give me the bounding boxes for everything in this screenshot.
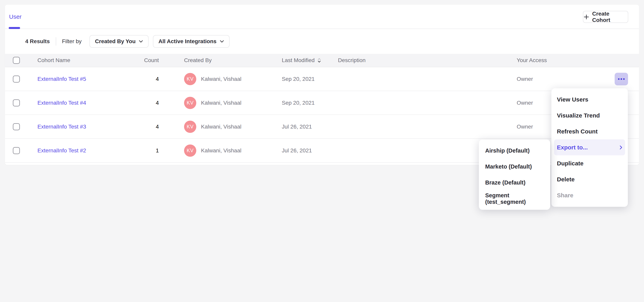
menu-item-label: Refresh Count: [557, 128, 598, 135]
avatar: KV: [184, 121, 196, 133]
row-actions-button[interactable]: [615, 73, 628, 85]
dot-icon: [623, 78, 625, 80]
dot-icon: [618, 78, 620, 80]
last-modified-cell: Jul 26, 2021: [282, 124, 338, 130]
cohort-name-cell: ExternalInfo Test #2: [38, 148, 132, 154]
filter-bar: 4 Results Filter by Created By You All A…: [5, 29, 639, 54]
header-count: Count: [132, 57, 184, 64]
header-checkbox-cell: [13, 57, 38, 64]
cohort-name-link[interactable]: ExternalInfo Test #2: [38, 148, 86, 154]
cohorts-page: User Create Cohort 4 Results Filter by C…: [0, 0, 644, 302]
header-cohort-name: Cohort Name: [38, 57, 132, 64]
tab-user[interactable]: User: [9, 5, 22, 28]
integrations-dropdown-label: All Active Integrations: [158, 38, 216, 44]
row-checkbox-cell: [13, 99, 38, 106]
last-modified-cell: Sep 20, 2021: [282, 76, 338, 82]
filter-divider: [56, 37, 56, 46]
row-checkbox[interactable]: [13, 123, 20, 130]
cohort-name-cell: ExternalInfo Test #4: [38, 100, 132, 106]
chevron-down-icon: [139, 40, 143, 43]
menu-item[interactable]: Share: [554, 187, 625, 203]
header-last-modified[interactable]: Last Modified: [282, 57, 338, 64]
submenu-item-label: Segment (test_segment): [485, 192, 544, 205]
created-by-cell: KV Kalwani, Vishaal: [184, 144, 282, 157]
sort-desc-icon: [318, 58, 321, 63]
row-checkbox[interactable]: [13, 76, 20, 82]
tab-user-label: User: [9, 14, 22, 20]
results-count: 4 Results: [25, 38, 50, 44]
export-to-submenu: Airship (Default) Marketo (Default) Braz…: [479, 140, 550, 210]
row-actions-menu: View Users Visualize Trend Refresh Count: [552, 88, 628, 207]
created-by-name: Kalwani, Vishaal: [201, 124, 242, 130]
created-by-name: Kalwani, Vishaal: [201, 76, 242, 82]
cohort-count-cell: 1: [132, 148, 184, 154]
menu-item[interactable]: Refresh Count: [554, 124, 625, 139]
cohort-name-cell: ExternalInfo Test #5: [38, 76, 132, 82]
table-row: ExternalInfo Test #3 4 KV Kalwani, Visha…: [5, 115, 639, 139]
last-modified-cell: Sep 20, 2021: [282, 100, 338, 106]
filter-by-label: Filter by: [62, 38, 82, 44]
menu-item-label: Export to...: [557, 144, 588, 151]
created-by-name: Kalwani, Vishaal: [201, 148, 242, 154]
create-cohort-label: Create Cohort: [592, 11, 628, 23]
created-by-cell: KV Kalwani, Vishaal: [184, 97, 282, 109]
submenu-item-label: Airship (Default): [485, 148, 530, 154]
cohort-name-cell: ExternalInfo Test #3: [38, 124, 132, 130]
header-description: Description: [338, 57, 517, 64]
menu-item[interactable]: Visualize Trend: [554, 108, 625, 124]
header-last-modified-label: Last Modified: [282, 57, 315, 64]
menu-item-label: Visualize Trend: [557, 112, 600, 119]
chevron-right-icon: [620, 145, 622, 150]
menu-item[interactable]: Duplicate: [554, 155, 625, 171]
submenu-item[interactable]: Marketo (Default): [479, 159, 550, 175]
integrations-dropdown[interactable]: All Active Integrations: [153, 35, 230, 48]
cohort-count-cell: 4: [132, 76, 184, 82]
dot-icon: [620, 78, 622, 80]
menu-item-label: Duplicate: [557, 160, 584, 167]
row-checkbox-cell: [13, 76, 38, 82]
row-checkbox-cell: [13, 147, 38, 154]
cohort-count-cell: 4: [132, 124, 184, 130]
cohort-name-link[interactable]: ExternalInfo Test #5: [38, 76, 86, 82]
menu-item-label: View Users: [557, 96, 588, 103]
table-row: ExternalInfo Test #5 4 KV Kalwani, Visha…: [5, 67, 639, 91]
header-your-access: Your Access: [517, 57, 611, 64]
submenu-item-label: Braze (Default): [485, 180, 526, 186]
cohort-count-cell: 4: [132, 100, 184, 106]
created-by-cell: KV Kalwani, Vishaal: [184, 73, 282, 85]
avatar: KV: [184, 97, 196, 109]
menu-item[interactable]: Delete: [554, 171, 625, 187]
menu-item[interactable]: Export to...: [554, 139, 625, 155]
avatar: KV: [184, 144, 196, 157]
tab-active-indicator: [9, 27, 20, 29]
cohort-name-link[interactable]: ExternalInfo Test #4: [38, 100, 86, 106]
last-modified-cell: Jul 26, 2021: [282, 148, 338, 154]
avatar: KV: [184, 73, 196, 85]
created-by-cell: KV Kalwani, Vishaal: [184, 121, 282, 133]
submenu-item[interactable]: Braze (Default): [479, 175, 550, 190]
table-header-row: Cohort Name Count Created By Last Modifi…: [5, 54, 639, 67]
created-by-name: Kalwani, Vishaal: [201, 100, 242, 106]
submenu-item-label: Marketo (Default): [485, 164, 532, 170]
tabs-row: User Create Cohort: [5, 5, 639, 29]
header-created-by: Created By: [184, 57, 282, 64]
row-checkbox-cell: [13, 123, 38, 130]
row-checkbox[interactable]: [13, 99, 20, 106]
created-by-dropdown[interactable]: Created By You: [90, 35, 148, 48]
submenu-item[interactable]: Airship (Default): [479, 143, 550, 159]
your-access-cell: Owner: [517, 76, 611, 82]
create-cohort-button[interactable]: Create Cohort: [583, 11, 628, 23]
submenu-item[interactable]: Segment (test_segment): [479, 190, 550, 206]
menu-item-label: Share: [557, 192, 573, 199]
menu-item[interactable]: View Users: [554, 92, 625, 108]
plus-icon: [583, 14, 590, 20]
chevron-down-icon: [220, 40, 224, 43]
cohort-name-link[interactable]: ExternalInfo Test #3: [38, 124, 86, 130]
menu-item-label: Delete: [557, 176, 575, 183]
table-row: ExternalInfo Test #4 4 KV Kalwani, Visha…: [5, 91, 639, 115]
created-by-dropdown-label: Created By You: [95, 38, 136, 44]
row-actions-cell: [611, 73, 639, 85]
select-all-checkbox[interactable]: [13, 57, 20, 64]
row-checkbox[interactable]: [13, 147, 20, 154]
